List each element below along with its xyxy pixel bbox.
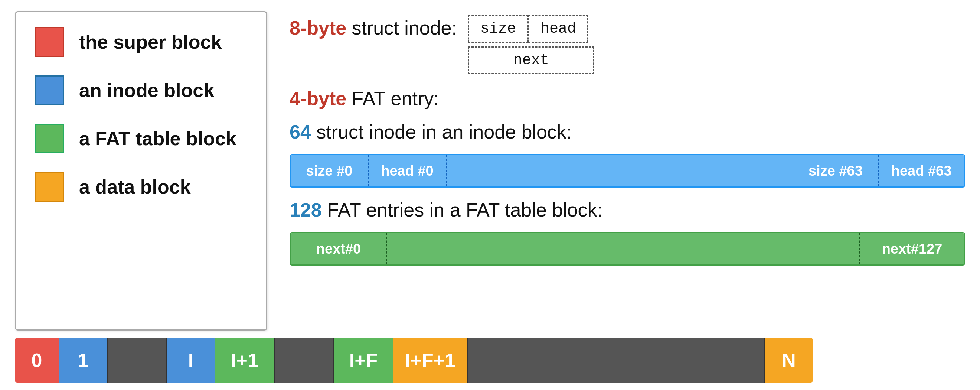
legend-item-fat-block: a FAT table block [35, 124, 248, 153]
disk-block-I: I [167, 338, 215, 382]
inode-spacer [447, 155, 793, 186]
legend-color-data-block [35, 172, 64, 202]
fat-bar: next#0 next#127 [290, 232, 965, 266]
top-section: the super block an inode block a FAT tab… [15, 11, 965, 331]
legend-color-fat-block [35, 124, 64, 153]
inode-count: 64 [290, 121, 311, 143]
dashed-row-1: size head [468, 15, 594, 43]
fat-entry-row: 4-byte FAT entry: [290, 86, 965, 110]
fat-spacer [387, 233, 860, 264]
dashed-head: head [528, 15, 589, 43]
disk-block-1: 1 [59, 338, 108, 382]
fat-entry-prefix: 4-byte [290, 88, 346, 109]
legend-label-data-block: a data block [79, 176, 191, 198]
main-container: the super block an inode block a FAT tab… [0, 0, 980, 390]
dashed-size: size [468, 15, 528, 43]
struct-inode-row: 8-byte struct inode: size head next [290, 15, 965, 74]
fat-block-heading: 128 FAT entries in a FAT table block: [290, 199, 965, 221]
inode-cell-size63: size #63 [793, 155, 879, 186]
fat-entry-label: 4-byte FAT entry: [290, 86, 439, 110]
dashed-row-2: next [468, 46, 594, 74]
inode-block-heading: 64 struct inode in an inode block: [290, 121, 965, 143]
disk-spacer-5 [275, 338, 334, 382]
disk-spacer-2 [108, 338, 167, 382]
inode-suffix: struct inode in an inode block: [311, 121, 572, 143]
legend-item-super-block: the super block [35, 27, 248, 57]
dashed-boxes: size head next [468, 15, 594, 74]
disk-block-0: 0 [15, 338, 59, 382]
inode-bar: size #0 head #0 size #63 head #63 [290, 154, 965, 188]
legend-label-super-block: the super block [79, 31, 222, 53]
fat-entry-suffix: FAT entry: [346, 88, 439, 109]
inode-cell-size0: size #0 [291, 155, 369, 186]
struct-inode-label: 8-byte struct inode: [290, 15, 457, 39]
inode-cell-head63: head #63 [879, 155, 964, 186]
inode-cell-head0: head #0 [369, 155, 447, 186]
struct-inode-prefix: 8-byte [290, 17, 346, 39]
legend-color-super-block [35, 27, 64, 57]
disk-block-I+1: I+1 [215, 338, 275, 382]
legend-item-inode-block: an inode block [35, 75, 248, 105]
disk-spacer-8 [468, 338, 765, 382]
dashed-next: next [468, 46, 594, 74]
legend-label-fat-block: a FAT table block [79, 127, 237, 150]
disk-block-N: N [765, 338, 813, 382]
disk-block-I+F+1: I+F+1 [393, 338, 468, 382]
legend-box: the super block an inode block a FAT tab… [15, 11, 267, 331]
fat-count: 128 [290, 199, 322, 221]
right-content: 8-byte struct inode: size head next 4-by… [290, 11, 965, 331]
fat-cell-next127: next#127 [860, 233, 964, 264]
disk-layout-bar: 01II+1I+FI+F+1N [15, 338, 965, 382]
fat-suffix: FAT entries in a FAT table block: [322, 199, 603, 221]
legend-item-data-block: a data block [35, 172, 248, 202]
legend-label-inode-block: an inode block [79, 79, 214, 101]
disk-block-I+F: I+F [334, 338, 393, 382]
struct-inode-suffix: struct inode: [346, 17, 457, 39]
fat-cell-next0: next#0 [291, 233, 387, 264]
legend-color-inode-block [35, 75, 64, 105]
